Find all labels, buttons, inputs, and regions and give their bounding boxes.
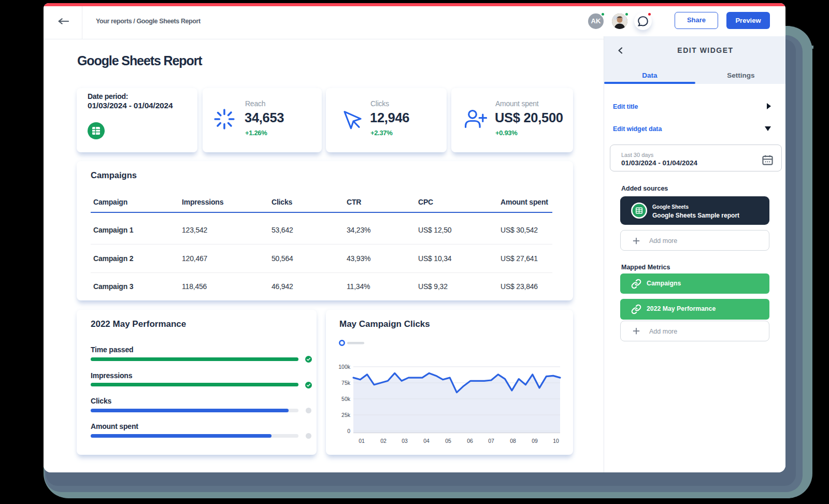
svg-text:01: 01 bbox=[359, 438, 365, 444]
svg-text:04: 04 bbox=[423, 438, 430, 444]
svg-text:100k: 100k bbox=[338, 364, 351, 370]
svg-text:02: 02 bbox=[380, 438, 387, 444]
svg-text:05: 05 bbox=[445, 438, 451, 444]
svg-text:10: 10 bbox=[553, 438, 559, 444]
svg-text:07: 07 bbox=[488, 438, 494, 444]
svg-text:25k: 25k bbox=[341, 412, 351, 418]
svg-text:06: 06 bbox=[467, 438, 473, 444]
svg-text:50k: 50k bbox=[341, 396, 351, 402]
svg-text:03: 03 bbox=[402, 438, 408, 444]
svg-text:75k: 75k bbox=[341, 380, 351, 386]
svg-text:09: 09 bbox=[532, 438, 538, 444]
svg-text:0: 0 bbox=[347, 428, 350, 434]
svg-text:08: 08 bbox=[510, 438, 516, 444]
